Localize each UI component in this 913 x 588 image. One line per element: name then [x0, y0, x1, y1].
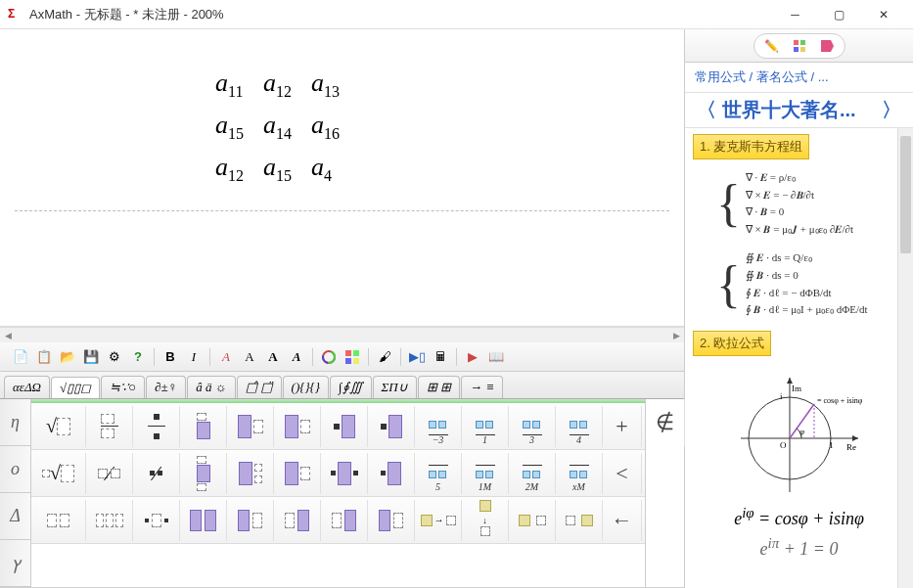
book-button[interactable]: 📖: [485, 346, 507, 368]
maximize-button[interactable]: ▢: [817, 1, 861, 28]
template-xm[interactable]: xM: [556, 453, 603, 494]
template-vpair1[interactable]: [180, 500, 227, 541]
run-button[interactable]: ▶▯: [406, 346, 428, 368]
template-boxdot[interactable]: [133, 500, 180, 541]
template-p1[interactable]: 1: [462, 406, 509, 447]
tab-brackets[interactable]: (){}{}: [283, 376, 329, 398]
template-fraction[interactable]: [86, 406, 133, 447]
equation-editor[interactable]: a11 a12 a13 a15 a14 a16 a12 a15 a4: [0, 29, 684, 327]
side-tab-4[interactable]: ץ: [0, 540, 30, 587]
copy-button[interactable]: 📋: [33, 346, 55, 368]
template-stack2[interactable]: [180, 453, 227, 494]
maxwell-equations[interactable]: { ∇ · 𝑬 = ρ/ε₀ ∇ × 𝑬 = − ∂𝑩/∂t ∇ · 𝑩 = 0…: [716, 169, 905, 238]
template-vpair4[interactable]: [321, 500, 368, 541]
tab-arrows[interactable]: → ≡: [461, 376, 503, 398]
template-side3[interactable]: [321, 406, 368, 447]
svg-text:i: i: [780, 391, 783, 401]
template-dotbox1[interactable]: [321, 453, 368, 494]
next-button[interactable]: 〉: [876, 97, 907, 123]
template-divide[interactable]: [133, 406, 180, 447]
vertical-scrollbar[interactable]: [897, 128, 913, 588]
tab-greek[interactable]: αεΔΩ: [4, 376, 50, 398]
breadcrumb-link-2[interactable]: 著名公式: [756, 69, 807, 84]
prev-button[interactable]: 〈: [691, 97, 722, 123]
template-1m[interactable]: 1M: [462, 453, 509, 494]
minimize-button[interactable]: ─: [773, 1, 817, 28]
template-side4[interactable]: [368, 406, 415, 447]
template-neg3[interactable]: −3: [415, 406, 462, 447]
font-style-3[interactable]: A: [262, 346, 284, 368]
grid-icon[interactable]: [790, 36, 809, 56]
template-grid1[interactable]: [227, 453, 274, 494]
calc-button[interactable]: 🖩: [430, 346, 451, 368]
side-panel-toolbar: ✏️: [685, 29, 913, 63]
template-p3[interactable]: 3: [509, 406, 556, 447]
save-button[interactable]: 💾: [80, 346, 102, 368]
breadcrumb-link-1[interactable]: 常用公式: [695, 69, 746, 84]
font-style-4[interactable]: A: [286, 346, 307, 368]
op-lt[interactable]: <: [603, 453, 642, 494]
op-plus[interactable]: +: [603, 406, 642, 447]
font-style-1[interactable]: A: [215, 346, 237, 368]
svg-rect-7: [794, 40, 799, 45]
tab-templates[interactable]: √▯▯◻: [51, 377, 100, 399]
template-vpair2[interactable]: [227, 500, 274, 541]
template-sqrt[interactable]: √: [31, 406, 86, 447]
tab-operators[interactable]: ∂±♀: [146, 376, 186, 398]
bold-button[interactable]: B: [160, 346, 181, 368]
help-button[interactable]: ?: [127, 346, 149, 368]
euler-formula-2[interactable]: eiπ + 1 = 0: [693, 535, 905, 560]
template-side2[interactable]: [274, 406, 321, 447]
template-vpair3[interactable]: [274, 500, 321, 541]
template-vpair5[interactable]: [368, 500, 415, 541]
brush-button[interactable]: 🖌: [374, 346, 395, 368]
euler-circle-diagram[interactable]: Im Re O 1 i = cosφ + isinφ φ: [731, 370, 868, 497]
template-nthroot[interactable]: √: [31, 453, 86, 494]
svg-rect-6: [353, 358, 359, 364]
template-dotbox2[interactable]: [368, 453, 415, 494]
italic-button[interactable]: I: [183, 346, 205, 368]
maxwell-integral-equations[interactable]: { ∯ 𝑬 · ds = Q/ε₀ ∯ 𝑩 · ds = 0 ∮ 𝑬 · dℓ …: [716, 249, 905, 318]
color-grid-button[interactable]: [342, 346, 363, 368]
side-tab-1[interactable]: η: [0, 399, 30, 446]
horizontal-scrollbar[interactable]: ◀▶: [0, 327, 684, 342]
template-side1[interactable]: [227, 406, 274, 447]
play-button[interactable]: ▶: [462, 346, 483, 368]
template-boxrow2[interactable]: [86, 500, 133, 541]
template-stack1[interactable]: [180, 406, 227, 447]
side-tab-2[interactable]: ο: [0, 446, 30, 493]
settings-button[interactable]: ⚙: [104, 346, 125, 368]
svg-text:= cosφ + isinφ: = cosφ + isinφ: [817, 396, 863, 405]
template-slashfrac[interactable]: ⁄: [86, 453, 133, 494]
tab-matrix[interactable]: ⊞ ⊞: [418, 376, 460, 398]
tag-icon[interactable]: [817, 36, 837, 56]
template-grid2[interactable]: [274, 453, 321, 494]
side-category-tabs: η ο Δ ץ: [0, 399, 31, 587]
op-larr[interactable]: ←: [603, 500, 642, 541]
tab-accents[interactable]: â ä ☼: [187, 376, 235, 398]
template-boxrow[interactable]: [31, 500, 86, 541]
close-button[interactable]: ✕: [861, 1, 905, 28]
breadcrumb: 常用公式 / 著名公式 / ...: [685, 63, 913, 93]
template-yellow1[interactable]: →: [415, 500, 462, 541]
tab-integrals[interactable]: ∫∮∭: [330, 376, 372, 398]
font-style-2[interactable]: A: [239, 346, 260, 368]
color-wheel-button[interactable]: [318, 346, 340, 368]
formula-list[interactable]: 1. 麦克斯韦方程组 { ∇ · 𝑬 = ρ/ε₀ ∇ × 𝑬 = − ∂𝑩/∂…: [685, 128, 913, 588]
new-button[interactable]: 📄: [10, 346, 31, 368]
tab-bigops[interactable]: ΣΠ∪: [373, 376, 417, 398]
op-notin[interactable]: ∉: [646, 399, 685, 446]
eraser-icon[interactable]: ✏️: [762, 36, 782, 56]
template-yellow3[interactable]: [509, 500, 556, 541]
side-tab-3[interactable]: Δ: [0, 493, 30, 540]
tab-relations[interactable]: ≒∵○: [101, 376, 145, 398]
tab-hats[interactable]: □̂ □̈: [237, 376, 282, 398]
open-button[interactable]: 📂: [57, 346, 78, 368]
template-yellow4[interactable]: [556, 500, 603, 541]
euler-formula-1[interactable]: eiφ = cosφ + isinφ: [693, 505, 905, 529]
template-dotfrac[interactable]: ⁄: [133, 453, 180, 494]
template-p5[interactable]: 5: [415, 453, 462, 494]
template-yellow2[interactable]: ↓: [462, 500, 509, 541]
template-2m[interactable]: 2M: [509, 453, 556, 494]
template-p4[interactable]: 4: [556, 406, 603, 447]
